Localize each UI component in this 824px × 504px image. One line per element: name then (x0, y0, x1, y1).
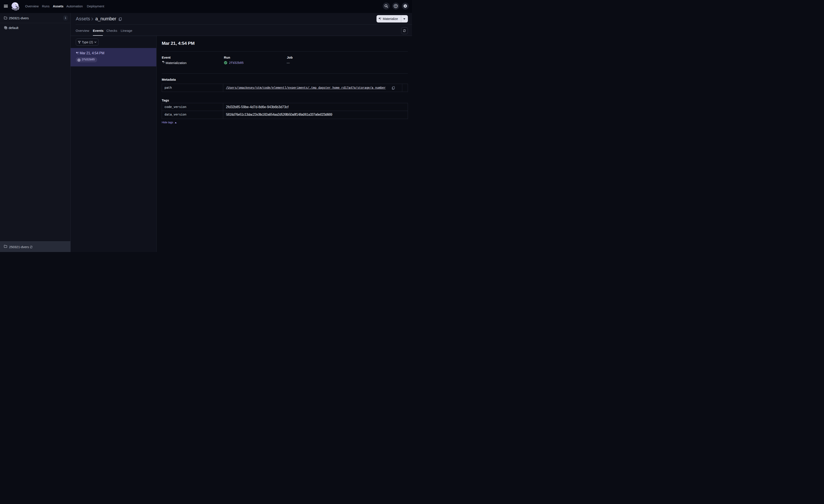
svg-text:?: ? (395, 5, 397, 8)
